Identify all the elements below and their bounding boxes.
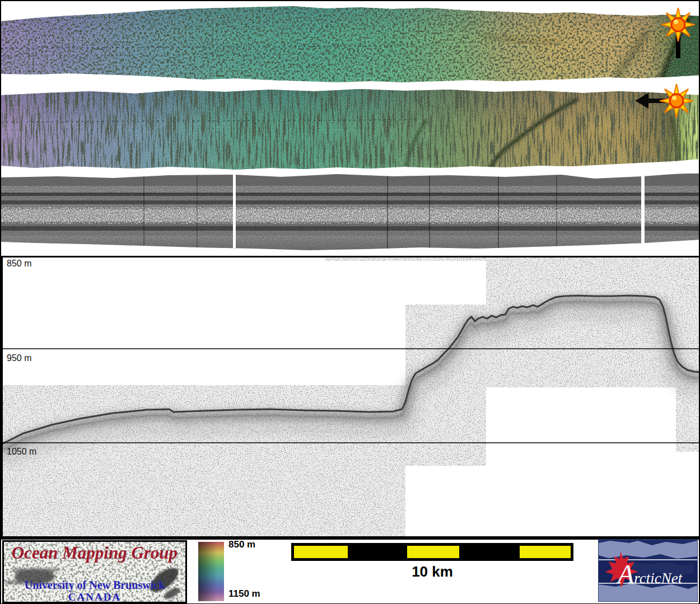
segment-gap — [233, 168, 236, 257]
omg-title: Ocean Mapping Group — [4, 543, 185, 563]
sun-highlight — [672, 96, 676, 100]
sun-highlight — [674, 20, 678, 24]
depth-profile-panel — [1, 256, 700, 540]
sun-core — [670, 94, 683, 107]
colorbar-top-label: 850 m — [228, 539, 255, 550]
depth-label-1050: 1050 m — [7, 447, 36, 457]
sun-core — [671, 18, 685, 31]
omg-logo: Ocean Mapping Group University of New Br… — [2, 540, 187, 603]
colorbar-hillshade — [198, 542, 224, 601]
depth-label-850: 850 m — [7, 259, 31, 269]
arrow-head — [635, 93, 648, 109]
colorbar-bottom-label: 1150 m — [228, 588, 260, 600]
depth-colorbar — [198, 542, 224, 601]
segment-gap — [641, 168, 645, 257]
sun-with-arrow-icon — [627, 83, 700, 121]
scale-segment — [407, 546, 459, 558]
scale-segment — [520, 546, 571, 558]
arcticnet-name: ArcticNet — [618, 559, 682, 589]
arcticnet-logo: ArcticNet — [598, 539, 698, 602]
scale-segment — [294, 546, 348, 558]
subbottom-strip-panel — [1, 168, 700, 257]
omg-university: University of New Brunswick — [4, 579, 185, 592]
scale-bar — [291, 543, 573, 561]
omg-country: CANADA — [4, 591, 185, 603]
sun-with-pole-icon — [661, 4, 696, 60]
survey-figure: 850 m 950 m 1050 m Ocean Mapping Group U — [0, 0, 700, 604]
scale-bar-label: 10 km — [291, 563, 573, 580]
backscatter-swath-panel — [1, 84, 700, 174]
bathymetry-swath-panel — [1, 1, 700, 85]
depth-label-950: 950 m — [7, 353, 31, 363]
